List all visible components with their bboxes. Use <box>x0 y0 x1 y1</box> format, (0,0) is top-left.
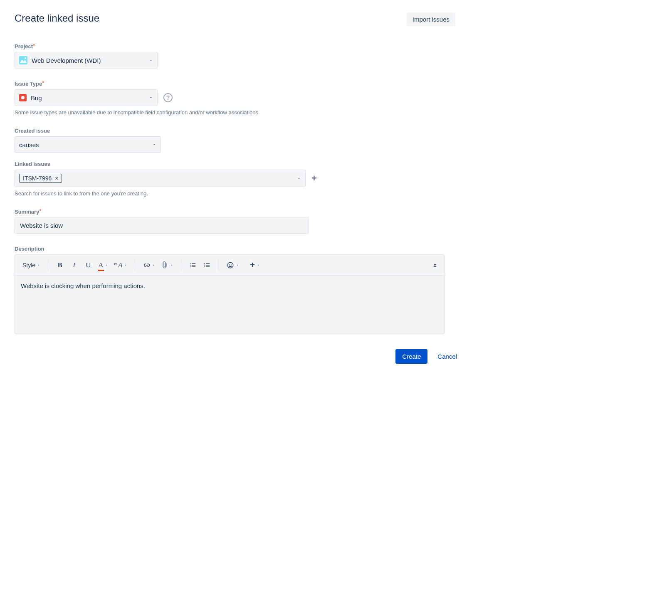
required-icon: * <box>39 208 41 214</box>
bold-button[interactable]: B <box>53 259 67 272</box>
chevron-down-icon <box>105 264 108 267</box>
link-button[interactable] <box>140 259 158 272</box>
chevron-down-icon <box>152 264 155 267</box>
description-editor: Style B I U A aA <box>15 254 445 334</box>
italic-button[interactable]: I <box>67 259 81 272</box>
toolbar-separator <box>219 260 219 271</box>
style-dropdown[interactable]: Style <box>20 259 43 272</box>
toolbar-separator <box>48 260 48 271</box>
issue-type-helper: Some issue types are unavailable due to … <box>15 109 455 116</box>
issue-type-value: Bug <box>31 94 42 101</box>
numbered-list-button[interactable] <box>200 259 214 272</box>
chevron-down-icon <box>149 58 153 62</box>
summary-label: Summary <box>15 209 39 215</box>
attachment-icon <box>161 261 168 269</box>
chevron-down-icon <box>236 264 239 267</box>
svg-point-2 <box>25 57 26 59</box>
svg-rect-0 <box>19 56 27 64</box>
project-select[interactable]: Web Development (WDI) <box>15 52 158 69</box>
add-linked-issue-button[interactable]: + <box>311 174 317 183</box>
plus-icon: + <box>250 260 255 270</box>
chevron-down-icon <box>37 264 40 267</box>
project-label: Project <box>15 43 33 49</box>
linked-issue-chip: ITSM-7996 × <box>19 174 62 183</box>
text-color-button[interactable]: A <box>96 259 111 272</box>
collapse-icon <box>431 261 439 269</box>
chevron-down-icon <box>257 264 260 267</box>
description-textarea[interactable]: Website is clocking when performing acti… <box>15 276 444 334</box>
linked-issues-select[interactable]: ITSM-7996 × <box>15 170 306 187</box>
linked-issues-helper: Search for issues to link to from the on… <box>15 190 455 197</box>
created-issue-select[interactable]: causes <box>15 136 161 153</box>
required-icon: * <box>42 80 44 86</box>
color-swatch-icon <box>98 270 104 271</box>
project-value: Web Development (WDI) <box>32 57 101 64</box>
collapse-toolbar-button[interactable] <box>428 259 442 272</box>
chip-remove-icon[interactable]: × <box>55 175 58 182</box>
description-label: Description <box>15 246 44 252</box>
svg-point-4 <box>21 96 25 99</box>
insert-more-button[interactable]: + <box>247 259 262 272</box>
help-icon[interactable]: ? <box>163 93 173 102</box>
issue-type-select[interactable]: Bug <box>15 89 158 106</box>
chevron-down-icon <box>149 96 153 100</box>
bug-icon <box>19 94 27 101</box>
cancel-link[interactable]: Cancel <box>437 353 457 360</box>
chevron-down-icon <box>152 143 156 147</box>
create-button[interactable]: Create <box>395 349 427 364</box>
page-title: Create linked issue <box>15 12 99 24</box>
underline-button[interactable]: U <box>82 259 95 272</box>
toolbar-separator <box>181 260 181 271</box>
linked-issues-label: Linked issues <box>15 161 50 167</box>
numbered-list-icon <box>203 261 211 269</box>
chevron-down-icon <box>297 176 301 180</box>
emoji-button[interactable] <box>224 259 242 272</box>
link-icon <box>143 261 150 269</box>
required-icon: * <box>33 42 35 49</box>
editor-toolbar: Style B I U A aA <box>15 255 444 276</box>
summary-input[interactable] <box>15 217 309 234</box>
attachment-button[interactable] <box>158 259 176 272</box>
created-issue-label: Created issue <box>15 128 50 134</box>
issue-type-label: Issue Type <box>15 81 42 87</box>
project-avatar-icon <box>19 56 27 64</box>
emoji-icon <box>227 261 234 269</box>
bullet-list-button[interactable] <box>186 259 200 272</box>
created-issue-value: causes <box>19 141 39 148</box>
bullet-list-icon <box>189 261 197 269</box>
chip-label: ITSM-7996 <box>23 175 52 182</box>
clear-formatting-button[interactable]: aA <box>111 259 130 272</box>
toolbar-separator <box>135 260 135 271</box>
chevron-down-icon <box>170 264 173 267</box>
import-issues-button[interactable]: Import issues <box>407 12 455 26</box>
chevron-down-icon <box>124 264 127 267</box>
